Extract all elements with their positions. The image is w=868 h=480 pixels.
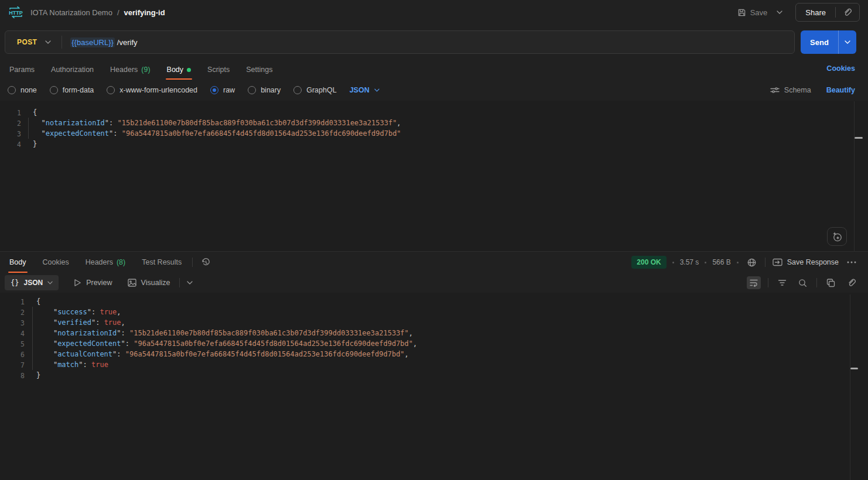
request-tab-scripts[interactable]: Scripts — [199, 60, 238, 80]
toolbar-divider — [179, 278, 180, 287]
line-number: 5 — [0, 338, 25, 349]
line-number: 3 — [0, 128, 21, 139]
method-label: POST — [17, 38, 37, 46]
breadcrumb-collection[interactable]: IOTA Notarization Demo — [30, 8, 112, 17]
code-content: } — [21, 139, 37, 149]
radio-label: binary — [261, 86, 281, 94]
preview-button[interactable]: Preview — [74, 279, 112, 287]
response-more-options-icon[interactable] — [845, 259, 859, 266]
language-dropdown[interactable]: JSON — [350, 86, 380, 94]
request-tab-authorization[interactable]: Authorization — [43, 60, 102, 80]
share-button[interactable]: Share — [796, 8, 835, 17]
body-type-form-data[interactable]: form-data — [50, 86, 94, 94]
meta-dot — [737, 262, 739, 263]
body-format-actions: Schema Beautify — [770, 81, 855, 99]
line-number: 3 — [0, 317, 25, 328]
save-response-icon — [773, 258, 782, 266]
response-meta: 200 OK 3.57 s 566 B Save Response — [631, 252, 868, 273]
send-options-chevron[interactable] — [839, 40, 856, 44]
link-response-icon[interactable] — [845, 276, 859, 290]
tools-divider — [816, 278, 817, 287]
code-line: 6 "actualContent": "96a5447815a0bf0e7efa… — [0, 349, 868, 359]
copy-link-icon[interactable] — [836, 8, 859, 17]
code-line: 2 "success": true, — [0, 307, 868, 317]
filter-icon[interactable] — [775, 277, 789, 289]
preview-label: Preview — [86, 279, 112, 287]
tab-label: Params — [9, 66, 35, 74]
language-chevron-icon — [374, 88, 380, 92]
request-tab-headers[interactable]: Headers(9) — [102, 60, 159, 80]
postbot-button[interactable] — [827, 227, 847, 246]
search-icon[interactable] — [796, 276, 809, 290]
code-line: 1{ — [0, 296, 868, 307]
body-type-x-www-form-urlencoded[interactable]: x-www-form-urlencoded — [107, 86, 197, 94]
visualize-options-chevron[interactable] — [184, 279, 195, 287]
wrap-text-toggle[interactable] — [747, 276, 761, 289]
braces-icon: {} — [11, 279, 19, 287]
beautify-button[interactable]: Beautify — [826, 86, 855, 94]
response-tab-test-results[interactable]: Test Results — [134, 252, 190, 273]
code-content: "match": true — [25, 359, 108, 370]
save-button[interactable]: Save — [733, 5, 773, 20]
request-tab-body[interactable]: Body — [159, 60, 200, 80]
save-icon — [737, 8, 746, 17]
save-options-chevron[interactable] — [772, 7, 787, 18]
url-input[interactable]: {{baseURL}} /verify — [62, 37, 794, 47]
response-size: 566 B — [712, 258, 730, 266]
request-tab-params[interactable]: Params — [1, 60, 43, 80]
code-content: "verified": true, — [25, 317, 125, 328]
response-format-dropdown[interactable]: {} JSON — [5, 275, 59, 290]
tab-label: Settings — [246, 66, 272, 74]
request-editor-scroll-thumb[interactable] — [855, 137, 863, 139]
request-tab-settings[interactable]: Settings — [238, 60, 281, 80]
request-body-editor[interactable]: 1{2 "notarizationId": "15b21de61100e7b80… — [0, 101, 868, 252]
code-line: 4 "notarizationId": "15b21de61100e7b80df… — [0, 328, 868, 338]
http-request-icon: HTTP — [8, 6, 23, 19]
modified-dot — [187, 68, 191, 72]
radio-label: none — [20, 86, 37, 94]
response-tab-cookies[interactable]: Cookies — [35, 252, 77, 273]
body-type-graphql[interactable]: GraphQL — [293, 86, 336, 94]
response-tabs-divider — [192, 258, 193, 267]
request-tabs: ParamsAuthorizationHeaders(9)BodyScripts… — [0, 60, 281, 80]
visualize-button[interactable]: Visualize — [128, 279, 170, 287]
radio-label: GraphQL — [306, 86, 336, 94]
cookies-link[interactable]: Cookies — [826, 64, 855, 73]
tab-label: Test Results — [142, 258, 182, 266]
radio-label: form-data — [63, 86, 94, 94]
url-path: /verify — [117, 38, 138, 47]
breadcrumb-request-name[interactable]: verifying-id — [124, 8, 165, 17]
radio-label: x-www-form-urlencoded — [119, 86, 197, 94]
method-selector[interactable]: POST — [5, 38, 61, 46]
code-line: 2 "notarizationId": "15b21de61100e7b80df… — [0, 118, 868, 128]
response-time: 3.57 s — [680, 258, 699, 266]
visualize-image-icon — [128, 279, 136, 287]
response-tab-headers[interactable]: Headers(8) — [77, 252, 134, 273]
code-content: "notarizationId": "15b21de61100e7b80df85… — [21, 118, 401, 128]
send-button[interactable]: Send — [801, 38, 838, 47]
line-number: 4 — [0, 328, 25, 338]
body-type-raw[interactable]: raw — [210, 86, 235, 94]
code-line: 7 "match": true — [0, 359, 868, 370]
code-line: 1{ — [0, 107, 868, 118]
schema-button[interactable]: Schema — [770, 86, 811, 94]
url-bar: POST {{baseURL}} /verify — [5, 30, 795, 54]
code-content: "success": true, — [25, 307, 121, 317]
network-info-icon[interactable] — [744, 255, 759, 270]
method-chevron-icon — [45, 40, 51, 44]
body-type-binary[interactable]: binary — [248, 86, 281, 94]
response-tab-body[interactable]: Body — [1, 252, 35, 273]
save-response-button[interactable]: Save Response — [773, 258, 839, 266]
radio-icon — [50, 86, 58, 94]
copy-response-icon[interactable] — [824, 276, 838, 290]
response-header: BodyCookiesHeaders(8)Test Results 200 OK… — [0, 252, 868, 273]
response-history-icon[interactable] — [199, 255, 213, 270]
radio-icon — [210, 86, 218, 94]
response-toolbar: {} JSON Preview Visualize — [0, 273, 868, 293]
body-type-none[interactable]: none — [8, 86, 37, 94]
language-label: JSON — [350, 86, 370, 94]
response-scroll-thumb[interactable] — [850, 368, 858, 369]
code-line: 5 "expectedContent": "96a5447815a0bf0e7e… — [0, 338, 868, 349]
code-line: 3 "verified": true, — [0, 317, 868, 328]
format-chevron-icon — [47, 281, 53, 284]
